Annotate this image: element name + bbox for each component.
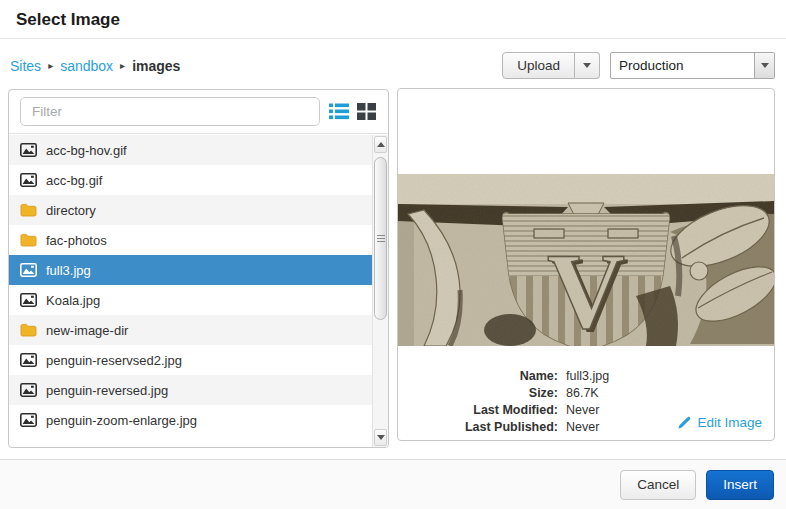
- scrollbar-thumb[interactable]: [374, 157, 387, 320]
- toolbar-controls: Upload Production: [502, 52, 775, 79]
- list-view-icon[interactable]: [328, 102, 349, 121]
- image-file-icon: [20, 263, 37, 277]
- list-item[interactable]: penguin-reservsed2.jpg: [9, 345, 372, 375]
- pencil-icon: [677, 415, 692, 430]
- breadcrumb-separator-icon: ▸: [113, 60, 132, 71]
- image-file-icon: [20, 353, 37, 367]
- image-file-icon: [20, 413, 37, 427]
- list-item[interactable]: acc-bg-hov.gif: [9, 135, 372, 165]
- detail-value: Never: [566, 419, 599, 436]
- list-item[interactable]: fac-photos: [9, 225, 372, 255]
- detail-row: Last Modified: Never: [426, 402, 609, 419]
- breadcrumb: Sites ▸ sandbox ▸ images: [10, 58, 180, 74]
- select-image-dialog: Select Image Sites ▸ sandbox ▸ images Up…: [0, 0, 786, 509]
- list-item[interactable]: Koala.jpg: [9, 285, 372, 315]
- list-item[interactable]: directory: [9, 195, 372, 225]
- file-name: penguin-zoom-enlarge.jpg: [46, 413, 197, 428]
- preview-panel: V V Name: full3.jpg Size: 86.7K Last Mod…: [397, 88, 775, 441]
- asset-details: Name: full3.jpg Size: 86.7K Last Modifie…: [398, 346, 774, 440]
- triangle-up-icon: [377, 142, 385, 147]
- breadcrumb-current-folder: images: [132, 58, 180, 74]
- upload-split-button: Upload: [502, 52, 600, 79]
- dialog-header: Select Image: [0, 0, 786, 39]
- file-name: Koala.jpg: [46, 293, 100, 308]
- edit-image-link[interactable]: Edit Image: [677, 415, 762, 430]
- file-browser-panel: acc-bg-hov.gif acc-bg.gif: [8, 89, 389, 448]
- upload-button[interactable]: Upload: [502, 52, 575, 79]
- detail-row: Name: full3.jpg: [426, 368, 609, 385]
- image-file-icon: [20, 143, 37, 157]
- breadcrumb-separator-icon: ▸: [41, 60, 60, 71]
- detail-row: Last Published: Never: [426, 419, 609, 436]
- scroll-down-button[interactable]: [374, 429, 387, 446]
- file-name: penguin-reversed.jpg: [46, 383, 168, 398]
- upload-dropdown-button[interactable]: [575, 52, 600, 79]
- grip-icon: [377, 233, 385, 244]
- detail-label: Last Published:: [426, 419, 558, 436]
- folder-icon: [20, 233, 37, 247]
- select-arrow-button[interactable]: [754, 53, 774, 78]
- image-file-icon: [20, 293, 37, 307]
- scrollbar[interactable]: [372, 135, 388, 447]
- file-list: acc-bg-hov.gif acc-bg.gif: [9, 135, 372, 447]
- file-name: full3.jpg: [46, 263, 91, 278]
- image-file-icon: [20, 173, 37, 187]
- chevron-down-icon: [583, 63, 591, 68]
- list-item[interactable]: acc-bg.gif: [9, 165, 372, 195]
- dialog-title: Select Image: [0, 0, 786, 30]
- list-item[interactable]: penguin-zoom-enlarge.jpg: [9, 405, 372, 435]
- toolbar-row: Sites ▸ sandbox ▸ images Upload Producti…: [10, 50, 775, 81]
- breadcrumb-link-sandbox[interactable]: sandbox: [60, 58, 113, 74]
- dialog-footer: Cancel Insert: [0, 459, 786, 509]
- detail-value: Never: [566, 402, 599, 419]
- file-name: acc-bg-hov.gif: [46, 143, 127, 158]
- folder-icon: [20, 323, 37, 337]
- environment-selected-value: Production: [611, 58, 754, 73]
- detail-value: 86.7K: [566, 385, 599, 402]
- file-name: acc-bg.gif: [46, 173, 102, 188]
- breadcrumb-link-sites[interactable]: Sites: [10, 58, 41, 74]
- filter-bar: [9, 90, 388, 134]
- chevron-down-icon: [761, 63, 769, 68]
- preview-image: V V: [398, 174, 774, 346]
- detail-value: full3.jpg: [566, 368, 609, 385]
- folder-icon: [20, 203, 37, 217]
- file-name: directory: [46, 203, 96, 218]
- file-name: new-image-dir: [46, 323, 128, 338]
- image-file-icon: [20, 383, 37, 397]
- file-name: fac-photos: [46, 233, 107, 248]
- grid-view-icon[interactable]: [356, 102, 377, 121]
- file-name: penguin-reservsed2.jpg: [46, 353, 182, 368]
- edit-image-label: Edit Image: [697, 415, 762, 430]
- insert-button[interactable]: Insert: [706, 470, 774, 500]
- view-toggles: [328, 102, 377, 121]
- detail-rows: Name: full3.jpg Size: 86.7K Last Modifie…: [426, 368, 609, 436]
- list-item[interactable]: full3.jpg: [9, 255, 372, 285]
- scroll-up-button[interactable]: [374, 136, 387, 153]
- filter-input[interactable]: [20, 97, 320, 126]
- list-item[interactable]: penguin-reversed.jpg: [9, 375, 372, 405]
- detail-label: Last Modified:: [426, 402, 558, 419]
- detail-label: Size:: [426, 385, 558, 402]
- list-item[interactable]: new-image-dir: [9, 315, 372, 345]
- detail-label: Name:: [426, 368, 558, 385]
- detail-row: Size: 86.7K: [426, 385, 609, 402]
- environment-select[interactable]: Production: [610, 52, 775, 79]
- triangle-down-icon: [377, 435, 385, 440]
- cancel-button[interactable]: Cancel: [620, 470, 696, 500]
